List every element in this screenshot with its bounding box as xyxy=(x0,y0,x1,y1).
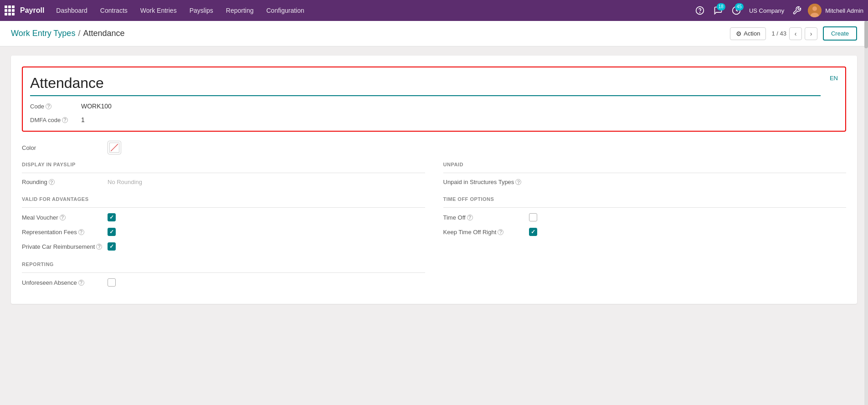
valid-advantages-header: VALID FOR ADVANTAGES xyxy=(22,196,425,202)
nav-contracts[interactable]: Contracts xyxy=(95,4,133,17)
action-label: Action xyxy=(744,30,760,37)
messages-icon[interactable]: 18 xyxy=(711,3,725,18)
advantages-divider xyxy=(22,207,425,208)
lang-badge[interactable]: EN xyxy=(830,75,838,82)
nav-dashboard[interactable]: Dashboard xyxy=(51,4,93,17)
svg-point-4 xyxy=(812,6,817,11)
unpaid-structures-row: Unpaid in Structures Types ? xyxy=(443,179,847,185)
color-field-row: Color xyxy=(22,141,846,154)
keep-time-off-row: Keep Time Off Right ? xyxy=(443,228,847,236)
color-swatch-inner xyxy=(109,143,119,153)
support-icon[interactable] xyxy=(693,3,707,18)
nav-configuration[interactable]: Configuration xyxy=(261,4,310,17)
keep-time-off-checkbox[interactable] xyxy=(529,228,537,236)
reporting-divider xyxy=(22,272,425,273)
private-car-label: Private Car Reimbursement ? xyxy=(22,243,104,250)
unforeseen-label: Unforeseen Absence ? xyxy=(22,279,104,286)
rounding-row: Rounding ? No Rounding xyxy=(22,179,425,185)
unpaid-header: UNPAID xyxy=(443,162,847,167)
time-off-divider xyxy=(443,207,847,208)
unforeseen-row: Unforeseen Absence ? xyxy=(22,278,425,287)
user-name: Mitchell Admin xyxy=(825,7,863,14)
company-name: US Company xyxy=(749,7,784,14)
record-nav: 1 / 43 ‹ › xyxy=(771,27,817,40)
time-off-label: Time Off ? xyxy=(443,214,525,221)
breadcrumb-actions: ⚙ Action 1 / 43 ‹ › Create xyxy=(730,26,857,41)
rep-fees-label: Representation Fees ? xyxy=(22,229,104,236)
display-in-payslip-header: DISPLAY IN PAYSLIP xyxy=(22,162,425,167)
private-car-row: Private Car Reimbursement ? xyxy=(22,242,425,251)
left-col: DISPLAY IN PAYSLIP Rounding ? No Roundin… xyxy=(22,162,425,293)
brand[interactable]: Payroll xyxy=(5,5,44,15)
next-record-button[interactable]: › xyxy=(805,27,817,40)
clock-icon[interactable]: 45 xyxy=(729,3,744,18)
settings-icon[interactable] xyxy=(790,3,804,18)
clock-badge: 45 xyxy=(735,3,744,10)
unpaid-divider xyxy=(443,173,847,173)
private-car-help-icon[interactable]: ? xyxy=(96,244,102,250)
rounding-value: No Rounding xyxy=(108,179,142,185)
navbar: Payroll Dashboard Contracts Work Entries… xyxy=(0,0,868,21)
brand-label: Payroll xyxy=(20,6,44,15)
gear-icon: ⚙ xyxy=(736,30,742,37)
right-col: UNPAID Unpaid in Structures Types ? TIME… xyxy=(443,162,847,293)
record-title[interactable]: Attendance xyxy=(30,75,821,96)
grid-icon xyxy=(5,5,15,15)
scrollbar-track[interactable] xyxy=(864,21,868,313)
record-header: Attendance EN Code ? WORK100 DMFA code ?… xyxy=(22,67,846,132)
code-help-icon[interactable]: ? xyxy=(46,103,51,109)
dmfa-label: DMFA code ? xyxy=(30,117,76,123)
meal-voucher-help-icon[interactable]: ? xyxy=(60,215,66,220)
private-car-checkbox[interactable] xyxy=(108,242,116,251)
rep-fees-help-icon[interactable]: ? xyxy=(78,229,84,235)
unforeseen-help-icon[interactable]: ? xyxy=(78,280,84,286)
create-button[interactable]: Create xyxy=(823,26,857,41)
breadcrumb-current: Attendance xyxy=(83,29,124,38)
action-button[interactable]: ⚙ Action xyxy=(730,27,766,40)
dmfa-value: 1 xyxy=(81,116,85,123)
svg-line-6 xyxy=(111,144,118,151)
two-col-sections: DISPLAY IN PAYSLIP Rounding ? No Roundin… xyxy=(22,162,846,293)
unforeseen-checkbox[interactable] xyxy=(108,278,116,287)
dmfa-label-text: DMFA code xyxy=(30,117,61,123)
payslip-divider xyxy=(22,173,425,173)
time-off-row: Time Off ? xyxy=(443,213,847,221)
time-off-checkbox[interactable] xyxy=(529,213,537,221)
avatar[interactable] xyxy=(808,4,822,17)
nav-reporting[interactable]: Reporting xyxy=(221,4,259,17)
breadcrumb-bar: Work Entry Types / Attendance ⚙ Action 1… xyxy=(0,21,868,46)
breadcrumb: Work Entry Types / Attendance xyxy=(11,29,124,38)
color-label: Color xyxy=(22,144,104,151)
keep-time-off-label: Keep Time Off Right ? xyxy=(443,229,525,236)
scrollbar-thumb[interactable] xyxy=(864,21,868,48)
unpaid-structures-label: Unpaid in Structures Types ? xyxy=(443,179,525,185)
meal-voucher-checkbox[interactable] xyxy=(108,213,116,221)
color-swatch[interactable] xyxy=(108,141,121,154)
keep-time-off-help-icon[interactable]: ? xyxy=(498,229,503,235)
messages-badge: 18 xyxy=(717,3,725,10)
rep-fees-checkbox[interactable] xyxy=(108,228,116,236)
meal-voucher-label: Meal Voucher ? xyxy=(22,214,104,221)
code-field-row: Code ? WORK100 xyxy=(30,103,838,110)
unpaid-help-icon[interactable]: ? xyxy=(515,179,521,185)
nav-work-entries[interactable]: Work Entries xyxy=(135,4,182,17)
prev-record-button[interactable]: ‹ xyxy=(789,27,802,40)
breadcrumb-separator: / xyxy=(78,29,80,38)
main-content: Attendance EN Code ? WORK100 DMFA code ?… xyxy=(0,46,868,313)
navbar-right: 18 45 US Company Mitchell Admin xyxy=(693,3,863,18)
rounding-help-icon[interactable]: ? xyxy=(49,179,55,185)
form-container: Attendance EN Code ? WORK100 DMFA code ?… xyxy=(11,56,857,304)
code-label-text: Code xyxy=(30,103,44,110)
breadcrumb-parent[interactable]: Work Entry Types xyxy=(11,29,75,38)
time-off-options-header: TIME OFF OPTIONS xyxy=(443,196,847,202)
nav-payslips[interactable]: Payslips xyxy=(184,4,219,17)
meal-voucher-row: Meal Voucher ? xyxy=(22,213,425,221)
reporting-header: REPORTING xyxy=(22,261,425,267)
svg-point-1 xyxy=(699,12,700,13)
rep-fees-row: Representation Fees ? xyxy=(22,228,425,236)
dmfa-help-icon[interactable]: ? xyxy=(62,117,68,123)
dmfa-field-row: DMFA code ? 1 xyxy=(30,116,838,123)
code-label: Code ? xyxy=(30,103,76,110)
time-off-help-icon[interactable]: ? xyxy=(467,215,473,220)
code-value: WORK100 xyxy=(81,103,112,110)
